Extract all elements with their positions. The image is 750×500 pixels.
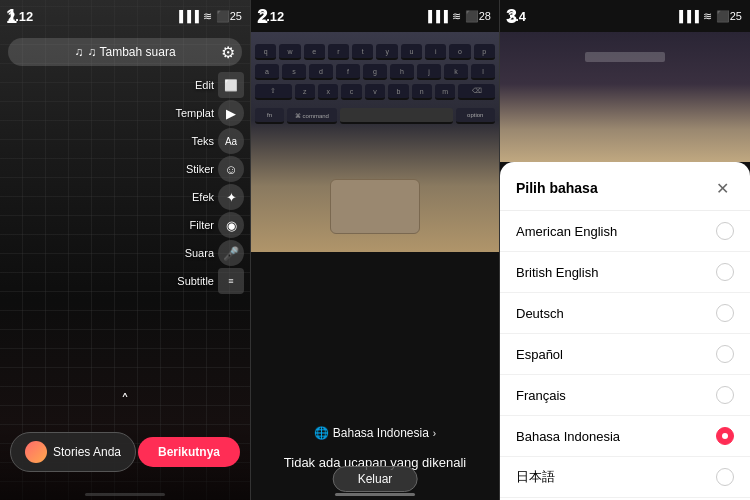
tool-audio[interactable]: Suara 🎤 [175,240,244,266]
exit-button[interactable]: Keluar [333,466,418,492]
key-p: p [474,44,495,60]
key-h: h [390,64,414,80]
key-m: m [435,84,455,100]
lang-item[interactable]: Français [500,375,750,416]
lang-item-text: Bahasa Indonesia [516,429,620,444]
tool-edit[interactable]: Edit ⬜ [175,72,244,98]
radio-button[interactable] [716,222,734,240]
key-j: j [417,64,441,80]
language-list: American EnglishBritish EnglishDeutschEs… [500,211,750,499]
next-button[interactable]: Berikutnya [138,437,240,467]
tool-filter[interactable]: Filter ◉ [175,212,244,238]
lang-item[interactable]: British English [500,252,750,293]
lang-item-text: Deutsch [516,306,564,321]
language-picker-sheet: Pilih bahasa ✕ American EnglishBritish E… [500,162,750,500]
radio-button[interactable] [716,386,734,404]
key-f: f [336,64,360,80]
p1-status-icons: ▐▐▐ ≋ ⬛25 [175,10,242,23]
template-icon: ▶ [218,100,244,126]
key-q: q [255,44,276,60]
p2-topbar: 2.12 ▐▐▐ ≋ ⬛28 [251,0,499,32]
lang-item[interactable]: Deutsch [500,293,750,334]
effect-icon: ✦ [218,184,244,210]
wifi-icon: ≋ [203,10,212,23]
tool-effect[interactable]: Efek ✦ [175,184,244,210]
add-sound-bar[interactable]: ♫ ♫ Tambah suara [8,38,242,66]
key-row-3: ⇧ z x c v b n m ⌫ [251,82,499,102]
key-v: v [365,84,385,100]
tool-sticker[interactable]: Stiker ☺ [175,156,244,182]
panel-3: 2.4 ▐▐▐ ≋ ⬛25 3 Pilih bahasa ✕ American … [500,0,750,500]
tool-subtitle-label: Subtitle [177,275,214,287]
key-e: e [304,44,325,60]
sticker-icon: ☺ [218,156,244,182]
battery-p1: ⬛25 [216,10,242,23]
key-row-2: a s d f g h j k l [251,62,499,82]
key-fn: fn [255,108,284,124]
chevron-up-icon[interactable]: ˄ [121,391,129,410]
p3-battery-icon: ⬛25 [716,10,742,23]
key-command: ⌘ command [287,108,337,124]
tool-text-label: Teks [191,135,214,147]
subtitle-icon: ≡ [218,268,244,294]
tool-subtitle[interactable]: Subtitle ≡ [175,268,244,294]
lang-item-text: 日本語 [516,468,555,486]
key-row-1: q w e r t y u i o p [251,42,499,62]
tool-template[interactable]: Templat ▶ [175,100,244,126]
radio-button[interactable] [716,263,734,281]
close-icon: ✕ [716,179,729,198]
radio-button[interactable] [716,304,734,322]
key-b: b [388,84,408,100]
key-w: w [279,44,300,60]
home-indicator-2 [335,493,415,496]
key-i: i [425,44,446,60]
keyboard-rows: q w e r t y u i o p a s d f g h [251,42,499,126]
key-shift: ⇧ [255,84,292,100]
panel-number-2: 2 [257,6,268,26]
tool-filter-label: Filter [190,219,214,231]
key-r: r [328,44,349,60]
lang-item[interactable]: Español [500,334,750,375]
key-s: s [282,64,306,80]
p2-keyboard-preview: q w e r t y u i o p a s d f g h [251,32,499,252]
radio-button[interactable] [716,427,734,445]
tool-template-label: Templat [175,107,214,119]
close-button[interactable]: ✕ [710,176,734,200]
tool-effect-label: Efek [192,191,214,203]
key-backspace: ⌫ [458,84,495,100]
globe-icon: 🌐 [314,426,329,440]
p1-topbar: 2.12 ▐▐▐ ≋ ⬛25 [0,0,250,32]
lang-item-text: British English [516,265,598,280]
keyboard-image: q w e r t y u i o p a s d f g h [251,32,499,252]
lang-item[interactable]: American English [500,211,750,252]
key-o: o [449,44,470,60]
key-l: l [471,64,495,80]
add-sound-label: ♫ Tambah suara [87,45,175,59]
p3-wifi-icon: ≋ [703,10,712,23]
radio-button[interactable] [716,345,734,363]
p3-status-icons: ▐▐▐ ≋ ⬛25 [675,10,742,23]
lang-item[interactable]: 日本語 [500,457,750,498]
key-u: u [401,44,422,60]
radio-button[interactable] [716,468,734,486]
lang-item-text: Español [516,347,563,362]
settings-icon[interactable]: ⚙ [214,38,242,66]
sheet-title: Pilih bahasa [516,180,598,196]
tool-text[interactable]: Teks Aa [175,128,244,154]
add-sound-text: ♫ ♫ Tambah suara [74,45,175,59]
sheet-header: Pilih bahasa ✕ [500,162,750,211]
stories-button[interactable]: Stories Anda [10,432,136,472]
key-a: a [255,64,279,80]
lang-item[interactable]: 한국어 [500,498,750,499]
language-bar[interactable]: 🌐 Bahasa Indonesia › [251,426,499,440]
key-g: g [363,64,387,80]
key-d: d [309,64,333,80]
tool-sticker-label: Stiker [186,163,214,175]
p3-keyboard-preview [500,32,750,162]
lang-item[interactable]: Bahasa Indonesia [500,416,750,457]
language-text: Bahasa Indonesia [333,426,429,440]
key-c: c [341,84,361,100]
key-option: option [456,108,495,124]
next-label: Berikutnya [158,445,220,459]
p2-signal-icon: ▐▐▐ [424,10,447,22]
